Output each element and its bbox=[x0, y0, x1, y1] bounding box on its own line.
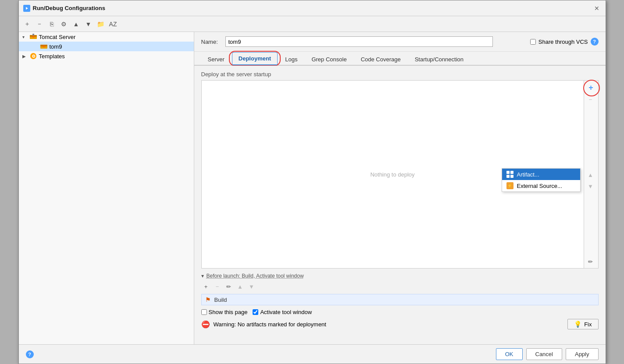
collapse-arrow-icon: ▾ bbox=[201, 273, 204, 279]
add-deploy-button-wrapper: + bbox=[586, 82, 596, 93]
tomcat-group-icon bbox=[29, 33, 37, 40]
tab-deployment[interactable]: Deployment bbox=[232, 52, 278, 65]
dialog-title: Run/Debug Configurations bbox=[33, 5, 105, 11]
tab-logs[interactable]: Logs bbox=[278, 53, 304, 65]
svg-rect-5 bbox=[32, 34, 34, 35]
cancel-button[interactable]: Cancel bbox=[526, 348, 562, 360]
vcs-row: Share through VCS ? bbox=[530, 38, 599, 46]
share-vcs-label: Share through VCS bbox=[538, 39, 588, 45]
tabs-bar: Server Deployment Logs Grep Console Code… bbox=[194, 52, 606, 66]
main-panel: Name: Share through VCS ? Server Deploym… bbox=[194, 32, 606, 344]
external-source-icon: ⚡ bbox=[506, 182, 513, 189]
help-icon[interactable]: ? bbox=[591, 38, 599, 46]
sort-button[interactable]: AZ bbox=[108, 19, 118, 29]
activate-tool-label: Activate tool window bbox=[253, 309, 312, 315]
external-source-label: External Source... bbox=[517, 183, 562, 189]
build-row: ⚑ Build bbox=[201, 294, 599, 305]
bottom-bar: ? OK Cancel Apply bbox=[19, 344, 606, 364]
toolbar: ＋ － ⎘ ⚙ ▲ ▼ 📁 AZ bbox=[19, 16, 606, 32]
tom9-icon bbox=[40, 43, 48, 50]
bl-down-button[interactable]: ▼ bbox=[247, 282, 257, 291]
show-page-label: Show this page bbox=[201, 309, 248, 315]
move-down-button[interactable]: ▼ bbox=[84, 19, 93, 29]
title-bar-left: Run/Debug Configurations bbox=[23, 5, 105, 12]
svg-point-8 bbox=[43, 46, 45, 47]
ok-button[interactable]: OK bbox=[496, 348, 523, 360]
warning-text: Warning: No artifacts marked for deploym… bbox=[214, 321, 326, 328]
move-up-deploy-button[interactable]: ▲ bbox=[586, 170, 595, 180]
fix-label: Fix bbox=[584, 321, 592, 328]
bl-remove-button[interactable]: − bbox=[213, 282, 222, 291]
move-up-button[interactable]: ▲ bbox=[71, 19, 81, 29]
share-vcs-checkbox[interactable] bbox=[530, 39, 536, 45]
run-debug-dialog: Run/Debug Configurations ✕ ＋ － ⎘ ⚙ ▲ ▼ 📁… bbox=[18, 0, 606, 364]
add-deploy-button[interactable]: + bbox=[586, 82, 596, 93]
bottom-buttons: OK Cancel Apply bbox=[496, 348, 599, 360]
expand-arrow-templates: ▶ bbox=[22, 54, 29, 59]
deploy-side-buttons: + − ▲ ▼ ✏ bbox=[584, 81, 598, 268]
settings-config-button[interactable]: ⚙ bbox=[59, 19, 69, 29]
apply-button[interactable]: Apply bbox=[566, 348, 599, 360]
remove-config-button[interactable]: － bbox=[35, 19, 44, 29]
dropdown-artifact-item[interactable]: Artifact... bbox=[502, 169, 580, 180]
show-row: Show this page Activate tool window bbox=[201, 309, 599, 315]
copy-config-button[interactable]: ⎘ bbox=[47, 19, 57, 29]
svg-text:⚙: ⚙ bbox=[31, 54, 35, 59]
name-input[interactable] bbox=[225, 36, 493, 47]
tab-deployment-label: Deployment bbox=[239, 55, 271, 62]
title-bar: Run/Debug Configurations ✕ bbox=[19, 0, 606, 16]
tab-grep-console[interactable]: Grep Console bbox=[305, 53, 353, 65]
artifact-label: Artifact... bbox=[517, 171, 539, 178]
fix-lightbulb-icon: 💡 bbox=[574, 321, 581, 328]
gear-icon: ⚙ bbox=[61, 21, 67, 28]
sidebar-item-tom9[interactable]: tom9 bbox=[19, 42, 194, 51]
artifact-icon bbox=[506, 171, 513, 178]
content-area: ▾ Tomcat Server bbox=[19, 32, 606, 344]
before-launch-toolbar: + − ✏ ▲ ▼ bbox=[201, 282, 599, 291]
warning-row: ⛔ Warning: No artifacts marked for deplo… bbox=[201, 319, 599, 329]
tab-code-coverage[interactable]: Code Coverage bbox=[354, 53, 407, 65]
expand-arrow-tomcat: ▾ bbox=[22, 35, 29, 39]
templates-icon: ⚙ bbox=[29, 53, 37, 60]
tom9-label: tom9 bbox=[50, 43, 62, 50]
close-button[interactable]: ✕ bbox=[592, 4, 601, 13]
bottom-help-icon[interactable]: ? bbox=[26, 350, 34, 358]
remove-deploy-button[interactable]: − bbox=[586, 95, 595, 104]
name-row: Name: Share through VCS ? bbox=[194, 32, 606, 52]
bl-add-button[interactable]: + bbox=[201, 282, 211, 291]
add-deploy-dropdown: Artifact... ⚡ External Source... bbox=[502, 168, 581, 192]
warning-icon: ⛔ bbox=[201, 320, 210, 329]
sidebar-item-tomcat-server[interactable]: ▾ Tomcat Server bbox=[19, 32, 194, 42]
name-label: Name: bbox=[201, 39, 221, 45]
build-icon: ⚑ bbox=[205, 296, 211, 303]
activate-tool-text: Activate tool window bbox=[260, 309, 312, 315]
add-config-button[interactable]: ＋ bbox=[22, 19, 32, 29]
show-page-checkbox[interactable] bbox=[201, 309, 207, 315]
tab-server[interactable]: Server bbox=[201, 53, 231, 65]
before-launch-label: Before launch: Build, Activate tool wind… bbox=[207, 273, 304, 279]
sidebar-item-templates[interactable]: ▶ ⚙ Templates bbox=[19, 51, 194, 61]
templates-label: Templates bbox=[39, 53, 65, 60]
before-launch-header[interactable]: ▾ Before launch: Build, Activate tool wi… bbox=[201, 273, 599, 279]
activate-tool-checkbox[interactable] bbox=[253, 309, 258, 315]
deploy-section-label: Deploy at the server startup bbox=[201, 71, 599, 78]
sidebar: ▾ Tomcat Server bbox=[19, 32, 194, 344]
move-down-deploy-button[interactable]: ▼ bbox=[586, 181, 595, 191]
folder-button[interactable]: 📁 bbox=[96, 19, 106, 29]
fix-button[interactable]: 💡 Fix bbox=[567, 319, 598, 329]
dropdown-external-source-item[interactable]: ⚡ External Source... bbox=[502, 180, 580, 191]
svg-point-4 bbox=[32, 36, 34, 38]
deploy-list-area: Nothing to deploy + − ▲ ▼ ✏ bbox=[201, 80, 599, 269]
bl-up-button[interactable]: ▲ bbox=[235, 282, 245, 291]
bl-edit-button[interactable]: ✏ bbox=[224, 282, 234, 291]
before-launch-section: ▾ Before launch: Build, Activate tool wi… bbox=[201, 273, 599, 329]
show-page-text: Show this page bbox=[209, 309, 248, 315]
deployment-panel: Deploy at the server startup Nothing to … bbox=[194, 66, 606, 344]
tab-startup-connection[interactable]: Startup/Connection bbox=[408, 53, 470, 65]
build-label: Build bbox=[214, 297, 227, 303]
tomcat-server-label: Tomcat Server bbox=[39, 34, 76, 40]
edit-deploy-button[interactable]: ✏ bbox=[586, 257, 595, 266]
nothing-to-deploy-text: Nothing to deploy bbox=[370, 171, 414, 178]
dialog-icon bbox=[23, 5, 30, 12]
